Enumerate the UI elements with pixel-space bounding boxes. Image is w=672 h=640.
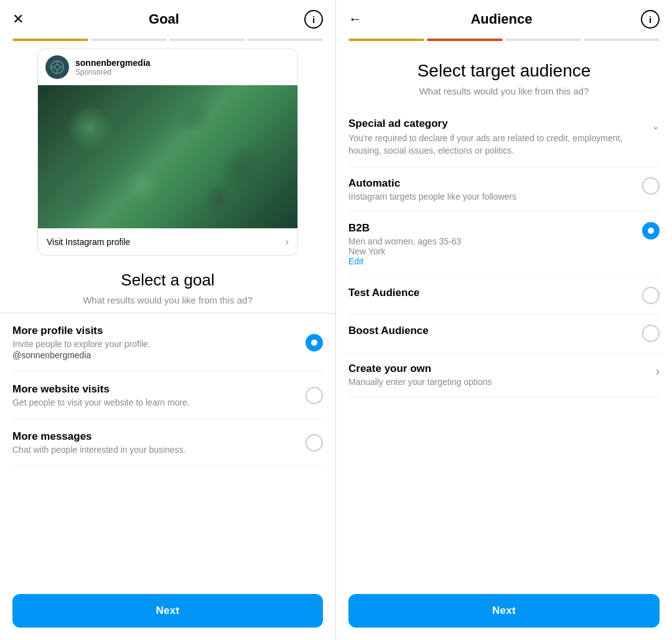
audience-progress-seg-4 [584, 39, 660, 41]
ad-preview-header: sonnenbergmedia Sponsored [38, 49, 297, 85]
radio-profile-visits[interactable] [306, 334, 323, 351]
ad-account-name: sonnenbergmedia [75, 58, 151, 68]
audience-progress-seg-1 [348, 39, 424, 41]
special-ad-chevron-icon: ⌄ [651, 120, 660, 132]
progress-seg-3 [169, 39, 245, 41]
ad-cta-chevron-icon: › [286, 236, 289, 248]
create-own-label: Create your own [348, 363, 656, 375]
b2b-label: B2B [348, 222, 642, 234]
audience-next-button[interactable]: Next [348, 594, 660, 628]
special-ad-section[interactable]: Special ad category You're required to d… [348, 108, 660, 167]
goal-option-profile[interactable]: More profile visits Invite people to exp… [12, 313, 323, 372]
goal-option-profile-sub: @sonnenbergmedia [12, 350, 306, 360]
create-own-chevron-icon: › [656, 365, 660, 378]
ad-cta-row[interactable]: Visit Instagram profile › [38, 228, 297, 255]
ad-image [38, 85, 297, 228]
ad-cta-text: Visit Instagram profile [47, 237, 130, 247]
goal-progress-bar [0, 39, 335, 49]
progress-seg-4 [247, 39, 323, 41]
ad-sponsored-label: Sponsored [75, 68, 151, 77]
create-own-desc: Manually enter your targeting options [348, 377, 656, 387]
audience-progress-seg-3 [505, 39, 581, 41]
goal-option-website-desc: Get people to visit your website to lear… [12, 397, 306, 407]
audience-header: ← Audience i [336, 0, 672, 39]
audience-option-create-own[interactable]: Create your own Manually enter your targ… [348, 353, 660, 397]
close-button[interactable]: ✕ [12, 12, 24, 26]
audience-info-button[interactable]: i [641, 10, 660, 29]
radio-boost-audience[interactable] [642, 325, 660, 342]
goal-option-messages-text: More messages Chat with people intereste… [12, 430, 306, 455]
goal-next-wrapper: Next [0, 584, 335, 640]
audience-option-test[interactable]: Test Audience [348, 277, 660, 315]
progress-seg-1 [12, 39, 88, 41]
audience-next-wrapper: Next [336, 584, 672, 640]
select-goal-section: Select a goal What results would you lik… [0, 266, 335, 313]
goal-option-messages[interactable]: More messages Chat with people intereste… [12, 419, 323, 466]
audience-title: Audience [470, 11, 532, 27]
ad-account-info: sonnenbergmedia Sponsored [75, 58, 151, 77]
svg-point-1 [55, 65, 60, 70]
automatic-label: Automatic [348, 177, 642, 190]
radio-messages[interactable] [306, 434, 323, 452]
special-ad-desc: You're required to declare if your ads a… [348, 132, 651, 157]
ad-preview-wrapper: sonnenbergmedia Sponsored Visit Instagra… [0, 49, 335, 266]
audience-option-b2b[interactable]: B2B Men and women, ages 35-63 New York E… [348, 212, 660, 277]
test-audience-label: Test Audience [348, 287, 642, 299]
audience-select-subtitle: What results would you like from this ad… [348, 86, 660, 96]
goal-option-profile-desc: Invite people to explore your profile. [12, 339, 306, 349]
b2b-edit-link[interactable]: Edit [348, 256, 642, 266]
radio-b2b[interactable] [642, 222, 660, 239]
goal-option-website[interactable]: More website visits Get people to visit … [12, 372, 323, 419]
automatic-text: Automatic Instagram targets people like … [348, 177, 642, 202]
select-goal-title: Select a goal [12, 271, 323, 290]
goal-options-list: More profile visits Invite people to exp… [0, 313, 335, 584]
create-own-text: Create your own Manually enter your targ… [348, 363, 656, 387]
goal-header: ✕ Goal i [0, 0, 335, 39]
audience-progress-seg-2 [427, 39, 503, 41]
test-audience-text: Test Audience [348, 287, 642, 301]
radio-website-visits[interactable] [306, 387, 323, 404]
back-button[interactable]: ← [348, 11, 362, 27]
audience-header-text: Select target audience What results woul… [336, 49, 672, 108]
audience-option-automatic[interactable]: Automatic Instagram targets people like … [348, 167, 660, 212]
audience-content: Special ad category You're required to d… [336, 108, 672, 584]
b2b-text: B2B Men and women, ages 35-63 New York E… [348, 222, 642, 266]
boost-audience-label: Boost Audience [348, 325, 642, 337]
goal-option-profile-label: More profile visits [12, 325, 306, 337]
audience-option-boost[interactable]: Boost Audience [348, 315, 660, 353]
goal-option-messages-label: More messages [12, 430, 306, 443]
progress-seg-2 [91, 39, 167, 41]
radio-automatic[interactable] [642, 177, 660, 195]
goal-title: Goal [149, 11, 179, 27]
ad-avatar [45, 55, 69, 79]
audience-panel: ← Audience i Select target audience What… [336, 0, 672, 640]
goal-option-website-label: More website visits [12, 383, 306, 396]
special-ad-label: Special ad category [348, 118, 651, 130]
boost-audience-text: Boost Audience [348, 325, 642, 339]
goal-option-profile-text: More profile visits Invite people to exp… [12, 325, 306, 360]
b2b-desc: Men and women, ages 35-63 [348, 236, 642, 246]
b2b-sub: New York [348, 246, 642, 256]
ad-preview-card: sonnenbergmedia Sponsored Visit Instagra… [37, 49, 298, 256]
goal-next-button[interactable]: Next [12, 594, 323, 628]
automatic-desc: Instagram targets people like your follo… [348, 192, 642, 202]
special-ad-text: Special ad category You're required to d… [348, 118, 651, 157]
audience-select-title: Select target audience [348, 61, 660, 81]
goal-option-website-text: More website visits Get people to visit … [12, 383, 306, 407]
radio-test-audience[interactable] [642, 287, 660, 304]
select-goal-subtitle: What results would you like from this ad… [12, 295, 323, 305]
info-button[interactable]: i [304, 10, 323, 29]
audience-progress-bar [336, 39, 672, 49]
goal-panel: ✕ Goal i [0, 0, 336, 640]
goal-option-messages-desc: Chat with people interested in your busi… [12, 445, 306, 455]
